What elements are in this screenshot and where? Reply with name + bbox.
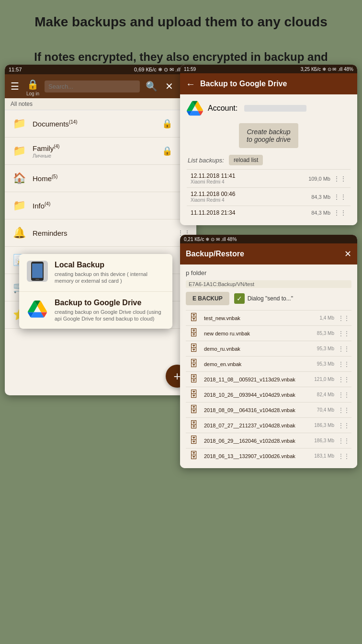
more-icon[interactable]: ⋮⋮ bbox=[338, 391, 350, 398]
restore-body: p folder E7A6-1A1C:Backup/VN/test E BACK… bbox=[180, 264, 357, 468]
folder-icon: 🏠 bbox=[11, 170, 28, 187]
database-icon: 🗄 bbox=[188, 420, 200, 430]
popup-item-content: Backup to Google Drive creating backup o… bbox=[55, 299, 165, 322]
more-icon[interactable]: ⋮⋮ bbox=[338, 422, 350, 429]
backup-entry-size: 84,3 Mb bbox=[311, 210, 330, 216]
restore-file-item[interactable]: 🗄 2018_11_08__005921_v113d29.vnbak 121,0… bbox=[186, 371, 351, 387]
right-top-status-bar: 11:59 3,25 КБ/с ❄ ⊙ ✉ .ıll 48% bbox=[180, 65, 357, 73]
notes-item-label: Info(4) bbox=[33, 201, 172, 210]
notes-item-label: Home(5) bbox=[33, 174, 172, 183]
popup-item-title: Backup to Google Drive bbox=[55, 299, 165, 307]
right-top-title: Backup to Google Drive bbox=[200, 80, 351, 88]
more-icon[interactable]: ⋮⋮ bbox=[338, 437, 350, 444]
database-icon: 🗄 bbox=[188, 313, 200, 323]
restore-file-name: demo_en.vnbak bbox=[204, 361, 313, 367]
database-icon: 🗄 bbox=[188, 405, 200, 415]
restore-file-item[interactable]: 🗄 2018_06_13__132907_v100d26.vnbak 183,1… bbox=[186, 448, 351, 463]
notes-item-label: Reminders bbox=[33, 229, 172, 237]
restore-backup-button[interactable]: E BACKUP bbox=[186, 292, 229, 305]
backup-entry-info: 12.11.2018 00:46 Xiaomi Redmi 4 bbox=[191, 191, 308, 203]
restore-file-item[interactable]: 🗄 2018_08_09__064316_v104d28.vnbak 70,4 … bbox=[186, 402, 351, 417]
more-icon[interactable]: ⋮⋮ bbox=[338, 453, 350, 460]
backup-entry[interactable]: 12.11.2018 00:46 Xiaomi Redmi 4 84,3 Mb … bbox=[187, 187, 351, 206]
restore-file-name: 2018_11_08__005921_v113d29.vnbak bbox=[204, 377, 310, 382]
list-backups-row: List backups: reload list bbox=[187, 155, 351, 165]
folder-icon: 🔔 bbox=[11, 224, 28, 242]
restore-file-name: 2018_06_13__132907_v100d26.vnbak bbox=[204, 453, 310, 459]
dialog-checkbox-label: Dialog "send to..." bbox=[248, 295, 293, 302]
restore-file-item[interactable]: 🗄 demo_ru.vnbak 95,3 Mb ⋮⋮ bbox=[186, 341, 351, 356]
folder-icon: 📁 bbox=[11, 142, 28, 160]
popup-menu-item[interactable]: Local Backup creating backup on this dev… bbox=[19, 254, 172, 292]
database-icon: 🗄 bbox=[188, 328, 200, 338]
restore-file-name: 2018_10_26__093944_v104d29.vnbak bbox=[204, 392, 313, 398]
popup-item-title: Local Backup bbox=[55, 261, 165, 269]
create-backup-button[interactable]: Create backup to google drive bbox=[239, 123, 298, 148]
restore-file-size: 85,3 Mb bbox=[317, 331, 334, 336]
folder-icon: 📁 bbox=[11, 115, 28, 132]
right-top-status-info: 3,25 КБ/с ❄ ⊙ ✉ .ıll 48% bbox=[301, 67, 353, 72]
account-value bbox=[244, 105, 306, 112]
list-item[interactable]: 🏠 Home(5) ⋮⋮ bbox=[5, 165, 196, 192]
right-bottom-phone: 0,21 КБ/с ❄ ⊙ ✉ .ıll 48% Backup/Restore … bbox=[180, 235, 357, 468]
gdrive-icon bbox=[187, 100, 203, 116]
more-icon[interactable]: ⋮⋮ bbox=[333, 175, 347, 183]
restore-file-size: 95,3 Mb bbox=[317, 346, 334, 351]
reload-button[interactable]: reload list bbox=[229, 155, 263, 165]
close-icon[interactable]: ✕ bbox=[344, 249, 351, 259]
backup-entry-date: 12.11.2018 00:46 bbox=[191, 191, 308, 197]
left-status-time: 11:57 bbox=[9, 67, 22, 72]
checkbox-checked-icon: ✓ bbox=[234, 293, 245, 304]
more-icon[interactable]: ⋮⋮ bbox=[338, 361, 350, 368]
list-item[interactable]: 📁 Documents(14) 🔒 ⋮⋮ bbox=[5, 110, 196, 138]
restore-file-name: 2018_08_09__064316_v104d28.vnbak bbox=[204, 407, 313, 413]
restore-action-row: E BACKUP ✓ Dialog "send to..." bbox=[186, 292, 351, 305]
more-icon[interactable]: ⋮⋮ bbox=[338, 330, 350, 337]
restore-file-item[interactable]: 🗄 demo_en.vnbak 95,3 Mb ⋮⋮ bbox=[186, 356, 351, 371]
backup-entry[interactable]: 12.11.2018 11:41 Xiaomi Redmi 4 109,0 Mb… bbox=[187, 169, 351, 187]
right-bottom-status-bar: 0,21 КБ/с ❄ ⊙ ✉ .ıll 48% bbox=[180, 235, 357, 243]
more-icon[interactable]: ⋮⋮ bbox=[333, 209, 347, 217]
list-item[interactable]: 📁 Family(4) Личные 🔒 ⋮⋮ bbox=[5, 138, 196, 165]
restore-file-item[interactable]: 🗄 test_new.vnbak 1,4 Mb ⋮⋮ bbox=[186, 310, 351, 325]
restore-file-item[interactable]: 🗄 2018_10_26__093944_v104d29.vnbak 82,4 … bbox=[186, 387, 351, 402]
list-item[interactable]: 🔔 Reminders ⋮⋮ bbox=[5, 219, 196, 247]
back-icon[interactable]: ← bbox=[186, 79, 195, 90]
more-icon[interactable]: ⋮⋮ bbox=[338, 407, 350, 414]
restore-file-item[interactable]: 🗄 new demo ru.vnbak 85,3 Mb ⋮⋮ bbox=[186, 325, 351, 341]
backup-entry[interactable]: 11.11.2018 21:34 84,3 Mb ⋮⋮ bbox=[187, 206, 351, 219]
notes-item-label: Family(4) bbox=[33, 144, 157, 152]
notes-item-label: Documents(14) bbox=[33, 119, 157, 128]
right-bottom-title: Backup/Restore bbox=[186, 250, 339, 258]
dialog-checkbox[interactable]: ✓ Dialog "send to..." bbox=[234, 293, 293, 304]
lock-icon: 🔒 bbox=[162, 146, 172, 156]
database-icon: 🗄 bbox=[188, 436, 200, 446]
popup-item-desc: creating backup on this device ( interna… bbox=[55, 271, 165, 285]
close-icon[interactable]: ✕ bbox=[163, 79, 175, 94]
restore-file-name: 2018_06_29__162046_v102d28.vnbak bbox=[204, 438, 310, 444]
notes-item-sub: Личные bbox=[33, 153, 157, 159]
search-input[interactable] bbox=[45, 80, 140, 92]
search-icon[interactable]: 🔍 bbox=[144, 79, 159, 94]
all-notes-bar: All notes bbox=[5, 98, 196, 110]
restore-file-item[interactable]: 🗄 2018_07_27__211237_v104d28.vnbak 186,3… bbox=[186, 417, 351, 433]
restore-file-size: 121,0 Mb bbox=[314, 377, 334, 382]
more-icon[interactable]: ⋮⋮ bbox=[338, 345, 350, 352]
more-icon[interactable]: ⋮⋮ bbox=[333, 193, 347, 201]
popup-menu-item[interactable]: Backup to Google Drive creating backup o… bbox=[19, 292, 172, 329]
restore-file-size: 183,1 Mb bbox=[314, 453, 334, 459]
list-item[interactable]: 📁 Info(4) ⋮⋮ bbox=[5, 192, 196, 219]
restore-file-name: new demo ru.vnbak bbox=[204, 331, 313, 336]
lock-icon[interactable]: 🔒 bbox=[25, 77, 41, 92]
more-icon[interactable]: ⋮⋮ bbox=[338, 376, 350, 383]
more-icon[interactable]: ⋮⋮ bbox=[338, 315, 350, 322]
restore-file-size: 186,3 Mb bbox=[314, 423, 334, 428]
right-top-status-time: 11:59 bbox=[184, 67, 196, 72]
menu-icon[interactable]: ☰ bbox=[9, 79, 21, 94]
right-top-phone: 11:59 3,25 КБ/с ❄ ⊙ ✉ .ıll 48% ← Backup … bbox=[180, 65, 357, 225]
restore-file-item[interactable]: 🗄 2018_06_29__162046_v102d28.vnbak 186,3… bbox=[186, 433, 351, 448]
database-icon: 🗄 bbox=[188, 451, 200, 461]
folder-label: p folder bbox=[186, 269, 206, 276]
database-icon: 🗄 bbox=[188, 374, 200, 384]
phone-icon bbox=[27, 261, 48, 282]
